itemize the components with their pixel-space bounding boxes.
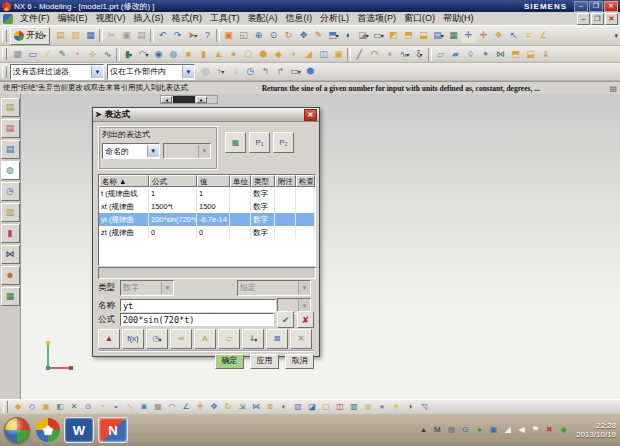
mdi-restore-button[interactable]: ❐ [591, 13, 604, 25]
snap-point-toggle-icon[interactable]: ◆ [11, 401, 25, 414]
visibility-icon[interactable]: ◐ [277, 401, 291, 414]
next-selection-icon[interactable]: ↱ [273, 64, 288, 79]
column-header-3[interactable]: 值 [197, 175, 230, 187]
unite-icon[interactable]: ⬡ [241, 47, 256, 62]
hidden-edge-icon-caret[interactable]: ▾ [366, 32, 369, 39]
intersect-icon[interactable]: ◆ [271, 47, 286, 62]
create-point-icon[interactable]: +▾ [213, 64, 228, 79]
menu-format[interactable]: 格式(R) [168, 11, 207, 26]
fit-view-icon[interactable]: ▣ [221, 28, 236, 43]
quadrant-snap-icon[interactable]: ◔ [95, 401, 109, 414]
layout-icon-caret[interactable]: ▾ [381, 32, 384, 39]
taskbar-app-writer[interactable]: W [64, 417, 94, 443]
export-expressions-icon[interactable]: ⊠ [266, 329, 288, 349]
chamfer-icon[interactable]: ◢ [301, 47, 316, 62]
tray-show-hidden-icon[interactable]: ▴ [417, 424, 430, 437]
material-icon[interactable]: ● [375, 401, 389, 414]
export-spreadsheet-button[interactable]: ▦ [225, 132, 246, 153]
import-expressions-icon[interactable]: ⇓▾ [242, 329, 264, 349]
thicken-icon[interactable]: ⬒ [508, 47, 523, 62]
menu-insert[interactable]: 插入(S) [130, 11, 168, 26]
conic-icon[interactable]: ◖ [382, 47, 397, 62]
column-header-2[interactable]: 公式 [149, 175, 197, 187]
expression-row-yt[interactable]: yt (规律曲200*sin(720*t)-6.7e-14数字 [99, 213, 315, 226]
expression-row-t[interactable]: t (规律曲线11数字 [99, 187, 315, 200]
offset-surface-icon[interactable]: ⬓ [523, 47, 538, 62]
point-on-face-snap-icon[interactable]: ◙ [137, 401, 151, 414]
highlight-icon[interactable]: ≡ [521, 28, 536, 43]
rectangle-select-icon-caret[interactable]: ▾ [298, 68, 301, 75]
trim-body-icon[interactable]: ◫ [316, 47, 331, 62]
spline-icon[interactable]: ∿ [100, 47, 115, 62]
palette-icon[interactable]: ▮ [1, 224, 20, 243]
existing-point-snap-icon[interactable]: • [109, 401, 123, 414]
scroll-thumb[interactable] [173, 96, 195, 103]
assembly-navigator-icon[interactable]: ▤ [1, 98, 20, 117]
orient-view-icon[interactable]: ❖ [491, 28, 506, 43]
tray-ime-icon[interactable]: M [431, 424, 444, 437]
minimize-button[interactable]: – [574, 1, 588, 12]
interpart-lock-icon[interactable]: ∞ [170, 329, 192, 349]
tray-flag-icon[interactable]: ⚑ [529, 424, 542, 437]
redo-icon[interactable]: ↷ [170, 28, 185, 43]
layout-icon[interactable]: ▭▾ [371, 28, 386, 43]
datum-display-icon[interactable]: ✛ [476, 28, 491, 43]
accept-edit-button[interactable]: ✔ [277, 311, 294, 328]
dialog-titlebar[interactable]: ➤ 表达式 ✕ [93, 108, 319, 122]
undo-icon[interactable]: ↶ [155, 28, 170, 43]
block-icon[interactable]: ■ [181, 47, 196, 62]
cancel-button[interactable]: 取消 [285, 354, 314, 369]
pattern-icon[interactable]: ▦ [10, 47, 25, 62]
apply-button[interactable]: 应用 [250, 354, 279, 369]
revolve-icon-caret[interactable]: ▾ [145, 51, 148, 58]
start-menu-button[interactable]: 开始 ▾ [10, 27, 50, 45]
visualization-icon[interactable]: ⋈ [1, 245, 20, 264]
app-menu-icon[interactable] [3, 14, 13, 24]
attribute-reference-icon[interactable]: A [194, 329, 216, 349]
pan-view-icon[interactable]: ✥ [296, 28, 311, 43]
column-header-6[interactable]: 附注 [275, 175, 296, 187]
windows-start-button[interactable] [4, 417, 30, 443]
intersection-snap-icon[interactable]: ✕ [67, 401, 81, 414]
arc-icon[interactable]: ◠ [367, 47, 382, 62]
extrude-icon[interactable]: ▮▾ [121, 47, 136, 62]
wcs-triad[interactable] [40, 340, 74, 374]
zoom-icon[interactable]: ⊕ [251, 28, 266, 43]
interpart-reference-icon[interactable]: ◷▾ [146, 329, 168, 349]
wcs-icon[interactable]: ✛ [193, 401, 207, 414]
datum-axis-icon[interactable]: ∕ [40, 47, 55, 62]
scale-icon[interactable]: ⇲ [235, 401, 249, 414]
ruled-surface-icon[interactable]: ▱ [433, 47, 448, 62]
view-iso-icon[interactable]: ⬓ [416, 28, 431, 43]
column-header-5[interactable]: 类型 [251, 175, 275, 187]
rotate-view-icon[interactable]: ↻ [281, 28, 296, 43]
move-object-icon[interactable]: ✥ [207, 401, 221, 414]
taskbar-clock[interactable]: 22:28 2013/10/19 [576, 421, 616, 439]
tray-volume-icon[interactable]: ◀ [515, 424, 528, 437]
hidden-edge-icon[interactable]: ◪▾ [356, 28, 371, 43]
tray-app4-icon[interactable]: ▣ [487, 424, 500, 437]
create-point-icon-caret[interactable]: ▾ [221, 68, 224, 75]
magnify-icon[interactable]: ⊙ [266, 28, 281, 43]
taskbar-app-launcher[interactable]: ✿ [36, 418, 60, 442]
close-button[interactable]: ✕ [604, 1, 618, 12]
csys-display-icon[interactable]: ✛ [461, 28, 476, 43]
cylinder-icon[interactable]: ▮ [196, 47, 211, 62]
datum-plane-icon[interactable]: ▭ [25, 47, 40, 62]
through-curves-icon[interactable]: ▰ [448, 47, 463, 62]
edit-object-display-icon[interactable]: ▧ [291, 401, 305, 414]
edge-blend-icon[interactable]: ◗ [286, 47, 301, 62]
save-icon[interactable]: ▦ [83, 28, 98, 43]
part-navigator-icon[interactable]: ▤ [1, 140, 20, 159]
boss-icon[interactable]: ◍ [166, 47, 181, 62]
open-referenced-part-icon[interactable]: ▱ [218, 329, 240, 349]
toolbar-grip[interactable] [2, 30, 7, 42]
import-expressions-icon-caret[interactable]: ▾ [254, 336, 257, 343]
system-materials-icon[interactable]: ▥ [1, 203, 20, 222]
control-point-snap-icon[interactable]: ◧ [53, 401, 67, 414]
helix-icon[interactable]: ξ▾ [412, 47, 427, 62]
measure-angle-icon[interactable]: ∠ [536, 28, 551, 43]
menu-preferences[interactable]: 首选项(P) [353, 11, 400, 26]
shaded-view-icon-caret[interactable]: ▾ [336, 32, 339, 39]
menu-file[interactable]: 文件(F) [16, 11, 54, 26]
